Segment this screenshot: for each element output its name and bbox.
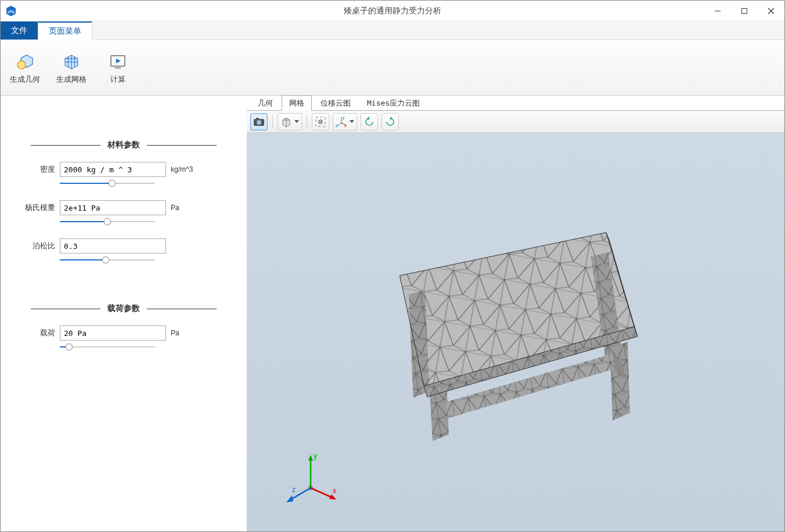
generate-mesh-button[interactable]: 生成网格	[53, 51, 90, 85]
window-controls	[704, 1, 784, 21]
zoom-extents-icon	[315, 116, 326, 128]
axis-y-label: y	[314, 452, 317, 460]
axis-icon: y x z	[336, 116, 347, 128]
vtab-displacement[interactable]: 位移云图	[313, 95, 358, 111]
load-unit: Pa	[171, 329, 200, 337]
svg-marker-55	[329, 494, 336, 500]
maximize-button[interactable]	[731, 1, 758, 21]
titlebar: 矮桌子的通用静力受力分析	[1, 1, 784, 21]
svg-marker-46	[429, 381, 448, 441]
minimize-button[interactable]	[704, 1, 731, 21]
load-row: 载荷 Pa	[24, 325, 224, 341]
viewer: 几何 网格 位移云图 Mises应力云图	[247, 96, 784, 531]
svg-marker-14	[116, 59, 121, 63]
axis-x-label: x	[333, 487, 336, 495]
main: 材料参数 密度 kg/m^3 杨氏模量 Pa	[1, 96, 784, 531]
vtab-geometry[interactable]: 几何	[250, 95, 280, 111]
vtab-mesh[interactable]: 网格	[282, 95, 312, 111]
generate-geometry-button[interactable]: 生成几何	[6, 51, 44, 85]
youngs-modulus-unit: Pa	[171, 204, 200, 212]
view-cube-button[interactable]	[278, 113, 302, 131]
svg-marker-42	[610, 342, 629, 421]
svg-line-29	[337, 123, 341, 126]
svg-line-54	[311, 488, 333, 498]
poisson-ratio-label: 泊松比	[24, 241, 55, 251]
chevron-down-icon	[350, 120, 354, 123]
density-label: 密度	[24, 164, 55, 175]
ribbon: 生成几何 生成网格	[1, 40, 784, 96]
svg-text:y: y	[343, 116, 345, 120]
poisson-ratio-slider[interactable]	[60, 256, 155, 264]
viewer-toolbar: y x z	[247, 111, 784, 133]
svg-text:x: x	[344, 124, 347, 128]
camera-icon	[253, 117, 265, 126]
menu-tabs: 文件 页面菜单	[1, 21, 784, 40]
tab-file[interactable]: 文件	[1, 21, 38, 39]
poisson-ratio-input[interactable]	[60, 238, 166, 254]
svg-marker-57	[286, 495, 293, 502]
viewport-canvas[interactable]: y x z	[247, 133, 784, 531]
close-icon	[768, 8, 775, 15]
screenshot-button[interactable]	[250, 113, 268, 131]
rotate-cw-button[interactable]	[381, 113, 399, 131]
youngs-modulus-slider[interactable]	[60, 218, 155, 226]
svg-rect-18	[256, 118, 259, 120]
cube-icon	[280, 116, 292, 128]
load-input[interactable]	[60, 325, 166, 341]
axis-orientation-button[interactable]: y x z	[333, 113, 357, 131]
window-title: 矮桌子的通用静力受力分析	[344, 6, 441, 16]
app-window: 矮桌子的通用静力受力分析 文件 页面菜单 生成几何	[0, 0, 785, 532]
svg-marker-32	[390, 117, 392, 120]
load-label: 载荷	[24, 328, 55, 338]
maximize-icon	[741, 8, 748, 15]
youngs-modulus-label: 杨氏模量	[24, 202, 55, 213]
app-icon	[1, 1, 21, 21]
compute-button[interactable]: 计算	[99, 51, 136, 85]
zoom-extents-button[interactable]	[312, 113, 329, 131]
svg-rect-2	[742, 8, 747, 13]
compute-icon	[107, 51, 128, 72]
svg-point-17	[257, 120, 261, 125]
density-input[interactable]	[60, 162, 166, 177]
load-slider[interactable]	[60, 343, 155, 351]
compute-label: 计算	[110, 74, 125, 85]
chevron-down-icon	[294, 120, 299, 123]
density-row: 密度 kg/m^3	[24, 162, 224, 177]
vtab-mises[interactable]: Mises应力云图	[359, 95, 427, 111]
generate-geometry-label: 生成几何	[10, 74, 40, 85]
density-unit: kg/m^3	[171, 165, 200, 173]
svg-marker-53	[308, 455, 313, 461]
mesh-icon	[61, 51, 82, 72]
geometry-icon	[15, 51, 35, 72]
rotate-cw-icon	[384, 116, 396, 128]
youngs-modulus-input[interactable]	[60, 200, 166, 215]
poisson-ratio-row: 泊松比	[24, 238, 224, 254]
density-slider[interactable]	[60, 179, 155, 187]
rotate-ccw-button[interactable]	[361, 113, 378, 131]
youngs-modulus-row: 杨氏模量 Pa	[24, 200, 224, 215]
svg-marker-31	[367, 117, 369, 120]
close-button[interactable]	[758, 1, 784, 21]
axis-triad: y x z	[282, 450, 340, 508]
sidebar: 材料参数 密度 kg/m^3 杨氏模量 Pa	[1, 96, 247, 531]
minimize-icon	[714, 8, 721, 15]
rotate-ccw-icon	[363, 116, 375, 128]
svg-marker-0	[6, 6, 16, 16]
axis-z-label: z	[292, 486, 296, 494]
tab-page-menu[interactable]: 页面菜单	[38, 21, 92, 40]
svg-point-6	[17, 61, 26, 69]
viewer-tabs: 几何 网格 位移云图 Mises应力云图	[247, 96, 784, 111]
generate-mesh-label: 生成网格	[56, 74, 87, 85]
svg-text:z: z	[336, 124, 338, 128]
material-params-header: 材料参数	[24, 140, 224, 150]
load-params-header: 载荷参数	[24, 303, 224, 314]
